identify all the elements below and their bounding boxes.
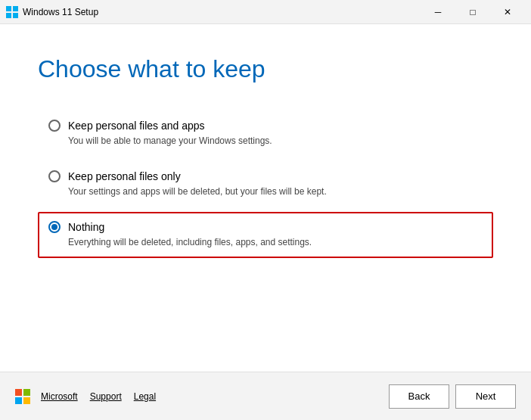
logo-green	[23, 389, 30, 396]
option-desc-keep-files-only: Your settings and apps will be deleted, …	[68, 185, 483, 198]
radio-keep-files-only[interactable]	[48, 170, 61, 182]
window-title: Windows 11 Setup	[23, 7, 421, 17]
logo-yellow	[23, 397, 30, 404]
microsoft-label: Microsoft	[41, 391, 78, 402]
option-header-2: Keep personal files only	[48, 170, 483, 182]
title-bar: Windows 11 Setup ─ □ ✕	[0, 0, 531, 24]
minimize-button[interactable]: ─	[421, 0, 455, 24]
option-nothing[interactable]: Nothing Everything will be deleted, incl…	[38, 212, 493, 258]
svg-rect-3	[13, 13, 18, 18]
support-link[interactable]: Support	[90, 391, 122, 402]
close-button[interactable]: ✕	[490, 0, 525, 24]
svg-rect-2	[6, 13, 11, 18]
svg-rect-0	[6, 6, 11, 11]
radio-nothing[interactable]	[48, 221, 61, 233]
app-icon	[6, 6, 18, 18]
restore-button[interactable]: □	[455, 0, 490, 24]
options-list: Keep personal files and apps You will be…	[38, 110, 493, 262]
option-desc-nothing: Everything will be deleted, including fi…	[68, 236, 483, 249]
svg-rect-1	[13, 6, 18, 11]
option-header-1: Keep personal files and apps	[48, 120, 483, 132]
option-keep-files-apps[interactable]: Keep personal files and apps You will be…	[38, 110, 493, 157]
next-button[interactable]: Next	[455, 384, 516, 409]
legal-link[interactable]: Legal	[134, 391, 156, 402]
logo-red	[15, 389, 22, 396]
page-heading: Choose what to keep	[38, 54, 493, 83]
footer: Microsoft Support Legal Back Next	[0, 372, 531, 420]
radio-keep-files-apps[interactable]	[48, 120, 61, 132]
option-label-nothing: Nothing	[68, 221, 104, 233]
option-label-keep-files-apps: Keep personal files and apps	[68, 120, 205, 132]
back-button[interactable]: Back	[389, 384, 449, 409]
logo-blue	[15, 397, 22, 404]
option-header-3: Nothing	[48, 221, 483, 233]
microsoft-logo	[15, 389, 30, 404]
option-keep-files-only[interactable]: Keep personal files only Your settings a…	[38, 161, 493, 207]
option-desc-keep-files-apps: You will be able to manage your Windows …	[68, 135, 483, 148]
option-label-keep-files-only: Keep personal files only	[68, 170, 181, 182]
main-content: Choose what to keep Keep personal files …	[0, 24, 531, 372]
window-controls: ─ □ ✕	[421, 0, 525, 24]
